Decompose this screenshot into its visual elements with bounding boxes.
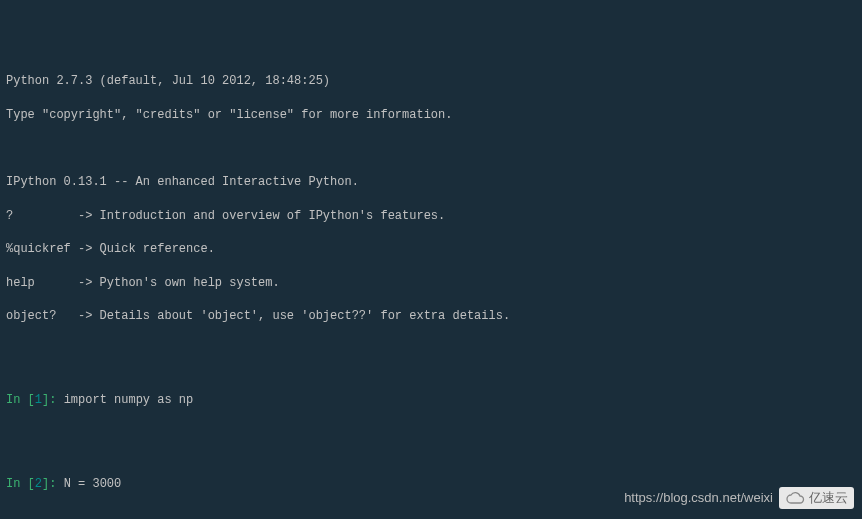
watermark-brand: 亿速云 xyxy=(779,487,854,509)
blank xyxy=(6,140,856,157)
header-line-5: ? -> Introduction and overview of IPytho… xyxy=(6,208,856,225)
cloud-icon xyxy=(785,491,805,505)
blank xyxy=(6,342,856,359)
blank xyxy=(6,426,856,443)
header-line-1: Python 2.7.3 (default, Jul 10 2012, 18:4… xyxy=(6,73,856,90)
header-line-2: Type "copyright", "credits" or "license"… xyxy=(6,107,856,124)
blank xyxy=(6,510,856,519)
in-cell-1[interactable]: In [1]: import numpy as np xyxy=(6,392,856,409)
watermark-brand-label: 亿速云 xyxy=(809,489,848,507)
watermark-url: https://blog.csdn.net/weixi xyxy=(624,489,773,507)
header-line-8: object? -> Details about 'object', use '… xyxy=(6,308,856,325)
header-line-6: %quickref -> Quick reference. xyxy=(6,241,856,258)
watermark: https://blog.csdn.net/weixi 亿速云 xyxy=(624,487,854,509)
header-line-7: help -> Python's own help system. xyxy=(6,275,856,292)
header-line-4: IPython 0.13.1 -- An enhanced Interactiv… xyxy=(6,174,856,191)
